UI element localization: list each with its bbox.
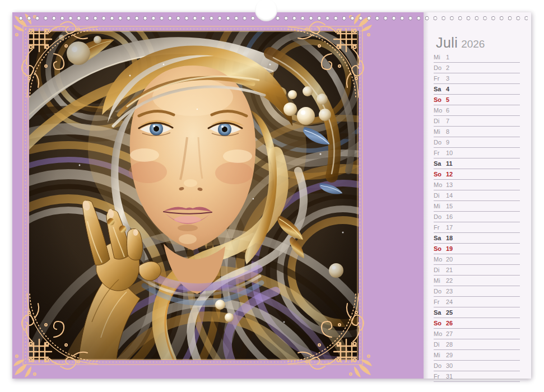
day-number: 22 bbox=[446, 277, 453, 284]
day-number: 12 bbox=[446, 171, 453, 178]
day-row: Mi29 bbox=[434, 351, 520, 361]
weekday-label: So bbox=[434, 95, 446, 104]
weekday-label: Mi bbox=[434, 276, 446, 285]
day-row: Do30 bbox=[434, 361, 520, 371]
calendar-artwork bbox=[29, 31, 359, 360]
day-row: Di7 bbox=[434, 116, 520, 127]
day-row: So5 bbox=[434, 95, 520, 105]
day-number: 10 bbox=[446, 150, 453, 156]
day-row: Fr3 bbox=[434, 74, 520, 84]
weekday-label: Sa bbox=[434, 85, 446, 94]
day-number: 13 bbox=[446, 181, 453, 188]
weekday-label: Fr bbox=[434, 223, 446, 232]
weekday-label: Mo bbox=[434, 106, 446, 115]
calendar-page: Juli2026 Mi1Do2Fr3Sa4So5Mo6Di7Mi8Do9Fr10… bbox=[12, 12, 531, 379]
weekday-label: Fr bbox=[434, 148, 446, 157]
day-number: 1 bbox=[446, 54, 449, 60]
weekday-label: Mi bbox=[434, 351, 446, 360]
day-row: Do23 bbox=[434, 287, 520, 297]
day-number: 29 bbox=[446, 352, 453, 358]
day-row: So12 bbox=[434, 170, 520, 180]
day-row: Fr24 bbox=[434, 297, 520, 307]
weekday-label: So bbox=[434, 319, 446, 328]
day-row: Do16 bbox=[434, 212, 520, 222]
weekday-label: Fr bbox=[434, 74, 446, 83]
weekday-label: Sa bbox=[434, 159, 446, 168]
day-row: Mi1 bbox=[434, 53, 520, 63]
date-panel: Juli2026 Mi1Do2Fr3Sa4So5Mo6Di7Mi8Do9Fr10… bbox=[424, 12, 531, 379]
day-row: Sa18 bbox=[434, 234, 520, 244]
weekday-label: Do bbox=[434, 138, 446, 147]
weekday-label: Di bbox=[434, 340, 446, 349]
day-number: 25 bbox=[446, 309, 453, 316]
weekday-label: Mo bbox=[434, 180, 446, 189]
day-number: 3 bbox=[446, 75, 449, 82]
day-row: Di28 bbox=[434, 340, 520, 350]
weekday-label: Do bbox=[434, 361, 446, 370]
month-header: Juli2026 bbox=[436, 35, 485, 51]
day-number: 27 bbox=[446, 330, 453, 337]
day-row: Mo27 bbox=[434, 329, 520, 339]
weekday-label: Di bbox=[434, 116, 446, 125]
day-rows: Mi1Do2Fr3Sa4So5Mo6Di7Mi8Do9Fr10Sa11So12M… bbox=[434, 53, 520, 382]
day-row: So26 bbox=[434, 319, 520, 329]
weekday-label: Mi bbox=[434, 53, 446, 62]
day-row: Mi15 bbox=[434, 202, 520, 212]
day-number: 9 bbox=[446, 139, 449, 146]
day-number: 17 bbox=[446, 224, 453, 231]
day-number: 14 bbox=[446, 192, 453, 199]
day-row: So19 bbox=[434, 244, 520, 254]
day-row: Mi22 bbox=[434, 276, 520, 286]
weekday-label: Mi bbox=[434, 202, 446, 211]
day-number: 23 bbox=[446, 288, 453, 295]
day-row: Sa25 bbox=[434, 308, 520, 318]
weekday-label: Sa bbox=[434, 308, 446, 317]
weekday-label: Fr bbox=[434, 372, 446, 381]
day-number: 28 bbox=[446, 341, 453, 348]
day-row: Mo20 bbox=[434, 255, 520, 265]
day-number: 7 bbox=[446, 118, 449, 124]
day-row: Do9 bbox=[434, 138, 520, 148]
day-number: 20 bbox=[446, 256, 453, 263]
front-image-section bbox=[12, 12, 424, 379]
weekday-label: Do bbox=[434, 287, 446, 296]
day-row: Fr31 bbox=[434, 372, 520, 382]
day-number: 19 bbox=[446, 245, 453, 252]
day-row: Di14 bbox=[434, 191, 520, 201]
day-number: 21 bbox=[446, 267, 453, 273]
weekday-label: Mi bbox=[434, 127, 446, 136]
day-number: 4 bbox=[446, 86, 449, 92]
day-row: Sa11 bbox=[434, 159, 520, 169]
weekday-label: So bbox=[434, 244, 446, 253]
day-number: 18 bbox=[446, 235, 453, 241]
calendar-sheet-photo: Juli2026 Mi1Do2Fr3Sa4So5Mo6Di7Mi8Do9Fr10… bbox=[0, 0, 544, 392]
portrait-artwork-image bbox=[29, 31, 359, 360]
day-row: Sa4 bbox=[434, 85, 520, 95]
weekday-label: Di bbox=[434, 191, 446, 200]
day-row: Fr10 bbox=[434, 148, 520, 158]
day-number: 6 bbox=[446, 107, 449, 114]
day-number: 8 bbox=[446, 128, 449, 135]
month-name: Juli bbox=[436, 35, 458, 50]
day-row: Mo13 bbox=[434, 180, 520, 190]
day-row: Mi8 bbox=[434, 127, 520, 137]
day-number: 15 bbox=[446, 203, 453, 209]
day-number: 31 bbox=[446, 373, 453, 380]
weekday-label: Di bbox=[434, 265, 446, 274]
day-number: 24 bbox=[446, 298, 453, 305]
day-number: 5 bbox=[446, 96, 449, 103]
weekday-label: Mo bbox=[434, 329, 446, 338]
weekday-label: Fr bbox=[434, 297, 446, 306]
year-label: 2026 bbox=[461, 38, 485, 50]
day-number: 26 bbox=[446, 320, 453, 326]
day-row: Mo6 bbox=[434, 106, 520, 116]
weekday-label: Sa bbox=[434, 234, 446, 242]
day-number: 16 bbox=[446, 213, 453, 220]
day-row: Fr17 bbox=[434, 223, 520, 233]
day-row: Do2 bbox=[434, 63, 520, 73]
weekday-label: Do bbox=[434, 63, 446, 72]
day-number: 30 bbox=[446, 362, 453, 369]
day-row: Di21 bbox=[434, 265, 520, 276]
weekday-label: Do bbox=[434, 212, 446, 221]
day-number: 2 bbox=[446, 64, 449, 71]
